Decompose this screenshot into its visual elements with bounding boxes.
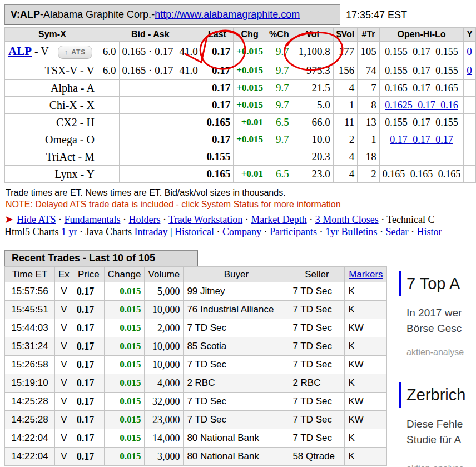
markers: K xyxy=(345,429,387,448)
year-hi-lo-link[interactable]: 0 xyxy=(467,46,472,57)
buyer: 7 TD Sec xyxy=(184,319,289,337)
percent-change: 9.7 xyxy=(266,80,292,97)
volume: 1,100.8 xyxy=(292,42,333,62)
year-hi-lo xyxy=(464,148,476,166)
ad-text-line: Studie für A xyxy=(406,432,476,448)
trade-price: 0.17 xyxy=(73,374,104,393)
quote-row: ALP - V↑ATS6.00.165 · 0.1741.00.17+0.015… xyxy=(5,42,476,62)
volume: 21.5 xyxy=(292,80,333,97)
trade-row: 14:22:04V0.170.0153,00080 National Bank5… xyxy=(5,448,387,466)
recent-trades-table: Time ETExPriceChangeVolumeBuyerSellerMar… xyxy=(4,266,387,466)
trade-change: 0.015 xyxy=(104,374,145,393)
ad-source-link[interactable]: aktien-analyse xyxy=(406,464,476,467)
nav-link[interactable]: Historical xyxy=(175,226,214,237)
buyer: 99 Jitney xyxy=(184,282,289,301)
last-price: 0.165 xyxy=(201,166,233,183)
nav-link[interactable]: 1yr Bulletins xyxy=(325,226,378,237)
trade-time: 14:25:28 xyxy=(5,393,55,411)
nav-link[interactable]: 1 yr xyxy=(61,226,77,237)
quote-row: Alpha - A0.17+0.0159.721.5470.165 0.17 0… xyxy=(5,80,476,97)
percent-change: 6.5 xyxy=(266,166,292,183)
trade-row: 15:44:03V0.170.0152,0007 TD Sec7 TD SecK… xyxy=(5,319,387,337)
percent-change: 9.7 xyxy=(266,62,292,80)
trade-change: 0.015 xyxy=(104,282,145,301)
open-hi-lo xyxy=(379,148,464,166)
ad-title-link[interactable]: Zerbrich xyxy=(406,382,465,408)
quote-time: 17:35:47 EST xyxy=(346,9,407,21)
trade-change: 0.015 xyxy=(104,429,145,448)
ats-toggle-button[interactable]: ↑ATS xyxy=(58,46,93,59)
nav-text: · xyxy=(409,226,417,237)
trade-time: 15:19:10 xyxy=(5,374,55,393)
open-hi-lo-link[interactable]: 0.1625 0.17 0.16 xyxy=(385,100,458,111)
trade-change: 0.015 xyxy=(104,393,145,411)
nav-link[interactable]: 3 Month Closes xyxy=(315,214,379,225)
trade-row: 14:25:28V0.170.01523,0007 TD Sec7 TD Sec… xyxy=(5,411,387,429)
trade-time: 15:57:56 xyxy=(5,282,55,301)
nav-link[interactable]: Company xyxy=(222,226,261,237)
buyer: 85 Scotia xyxy=(184,337,289,356)
buyer: 80 National Bank xyxy=(184,429,289,448)
nav-links-row-2: Html5 Charts 1 yr · Java Charts Intraday… xyxy=(4,226,442,238)
nav-link[interactable]: Fundamentals xyxy=(64,214,120,225)
volume: 20.3 xyxy=(292,148,333,166)
trade-time: 15:44:03 xyxy=(5,319,55,337)
trade-change: 0.015 xyxy=(104,411,145,429)
nav-text: · xyxy=(378,226,386,237)
markers-header-link[interactable]: Markers xyxy=(349,269,383,280)
quote-col-header: Chg xyxy=(234,28,266,42)
nav-text: · xyxy=(379,214,387,225)
quote-col-header: #Tr xyxy=(358,28,380,42)
volume: 5.0 xyxy=(292,97,333,114)
buyer: 7 TD Sec xyxy=(184,393,289,411)
quote-row: CX2 - H0.165+0.016.566.011130.155 0.17 0… xyxy=(5,114,476,131)
volume: 23.0 xyxy=(292,166,333,183)
ad-title-link[interactable]: 7 Top A xyxy=(406,271,460,296)
exchange: V xyxy=(55,282,73,301)
markers: K xyxy=(345,448,387,466)
year-hi-lo xyxy=(464,97,476,114)
nav-text: · xyxy=(261,226,270,237)
year-hi-lo-link[interactable]: 0 xyxy=(467,64,472,76)
dollar-volume: 2 xyxy=(333,131,358,148)
nav-link[interactable]: Participants xyxy=(270,226,317,237)
nav-link[interactable]: Histor xyxy=(417,226,442,237)
trade-volume: 10,000 xyxy=(145,337,184,356)
company-url-link[interactable]: http://www.alabamagraphite.com xyxy=(155,9,300,21)
dollar-volume: 4 xyxy=(333,80,358,97)
percent-change xyxy=(266,148,292,166)
nav-link[interactable]: Market Depth xyxy=(251,214,306,225)
quote-row: TSX-V - V6.00.165 · 0.1741.00.17+0.0159.… xyxy=(5,62,476,80)
open-hi-lo-link[interactable]: 0.17 0.17 0.17 xyxy=(390,134,453,145)
nav-text: · xyxy=(214,226,222,237)
bid-size xyxy=(100,80,119,97)
exchange-label: Omega - O xyxy=(5,131,100,148)
exchange-label: TriAct - M xyxy=(5,148,100,166)
buyer: 7 TD Sec xyxy=(184,411,289,429)
symbol-link[interactable]: ALP xyxy=(8,44,32,58)
nav-link[interactable]: Holders xyxy=(128,214,160,225)
percent-change: 9.7 xyxy=(266,42,292,62)
open-hi-lo: 0.155 0.17 0.155 xyxy=(379,114,464,131)
bid-size xyxy=(100,97,119,114)
trade-time: 15:31:24 xyxy=(5,337,55,356)
ask-size xyxy=(176,97,201,114)
nav-link[interactable]: Trade Workstation xyxy=(168,214,242,225)
delayed-ats-note: NOTE: Delayed ATS trade data is included… xyxy=(6,200,341,210)
recent-trades-body: 15:57:56V0.170.0155,00099 Jitney7 TD Sec… xyxy=(5,282,387,466)
trade-row: 15:57:56V0.170.0155,00099 Jitney7 TD Sec… xyxy=(5,282,387,301)
change xyxy=(234,148,266,166)
dollar-volume: 4 xyxy=(333,148,358,166)
ad-source-link[interactable]: aktien-analyse xyxy=(406,347,476,357)
nav-link[interactable]: Hide ATS xyxy=(17,214,56,225)
trade-volume: 5,000 xyxy=(145,282,184,301)
seller: 7 TD Sec xyxy=(289,282,345,301)
nav-link[interactable]: Sedar xyxy=(386,226,409,237)
bid-ask xyxy=(119,131,176,148)
trades-col-header: Buyer xyxy=(184,267,289,282)
bid-ask xyxy=(119,166,176,183)
nav-link[interactable]: Intraday xyxy=(134,226,167,237)
trades-col-header: Change xyxy=(104,267,145,282)
bid-ask: 0.165 · 0.17 xyxy=(119,42,176,62)
trade-change: 0.015 xyxy=(104,448,145,466)
